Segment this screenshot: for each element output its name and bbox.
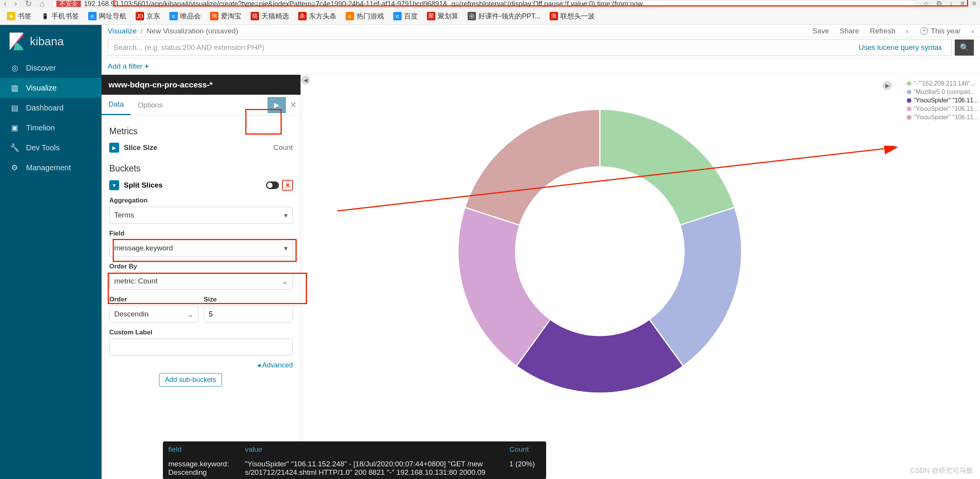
chevron-down-icon: ⌄ xyxy=(282,277,288,286)
refresh-button[interactable]: Refresh xyxy=(870,27,896,35)
tooltip-header: Count xyxy=(504,441,546,458)
add-subbuckets-button[interactable]: Add sub-buckets xyxy=(159,373,222,387)
search-input[interactable]: Search... (e.g. status:200 AND extension… xyxy=(108,40,952,56)
brand-text: kibana xyxy=(30,35,64,48)
pie-slice[interactable] xyxy=(600,109,735,225)
chevron-right-icon: ▶ xyxy=(885,82,890,89)
add-filter-button[interactable]: Add a filter + xyxy=(108,62,149,70)
bookmark-item[interactable]: 📱手机书签 xyxy=(41,12,79,21)
reload-icon[interactable]: ↻ xyxy=(25,0,32,9)
bookmark-icon: JD xyxy=(136,12,144,20)
order-label: Order xyxy=(109,296,199,303)
forward-icon[interactable]: › xyxy=(14,0,17,9)
bucket-label: Split Slices xyxy=(124,181,163,189)
legend-label: "YisouSpider" "106.11... xyxy=(914,105,978,112)
tab-data[interactable]: Data xyxy=(102,95,131,115)
legend-item[interactable]: "YisouSpider" "106.11... xyxy=(907,97,978,104)
customlabel-input[interactable] xyxy=(109,339,293,356)
play-icon: ▶ xyxy=(274,101,279,109)
bookmark-item[interactable]: ★书签 xyxy=(7,12,31,21)
buckets-heading: Buckets xyxy=(109,163,293,174)
sidebar-item-dashboard[interactable]: ▤Dashboard xyxy=(0,98,102,118)
collapse-icon[interactable]: ▼ xyxy=(109,180,119,190)
vis-editor: www-bdqn-cn-pro-access-* Data Options ▶ … xyxy=(102,75,301,479)
bookmark-icon: 聚 xyxy=(427,12,435,20)
bookmark-item[interactable]: 猫天猫精选 xyxy=(251,12,289,21)
extensions-icon[interactable]: ⧉ xyxy=(937,0,942,8)
bookmark-item[interactable]: e热门游戏 xyxy=(346,12,384,21)
bookmark-item[interactable]: 聚聚划算 xyxy=(427,12,458,21)
legend-item[interactable]: "Mozilla/5.0 (compati... xyxy=(907,89,978,95)
time-label: This year xyxy=(931,27,961,35)
home-icon[interactable]: ⌂ xyxy=(39,0,44,9)
search-button[interactable]: 🔍 xyxy=(955,40,974,56)
pie-slice[interactable] xyxy=(465,109,600,225)
field-select[interactable]: message.keyword ▾ xyxy=(109,240,293,257)
address-bar[interactable]: 不安全 192.168.93.103:5601/app/kibana#/visu… xyxy=(52,0,915,7)
star-icon[interactable]: ☆ xyxy=(923,0,929,8)
order-value: Descendin xyxy=(114,310,149,318)
legend-item[interactable]: "-""162.209.213.146"... xyxy=(907,80,978,87)
bookmark-item[interactable]: 条东方头条 xyxy=(298,12,337,21)
apply-button[interactable]: ▶ xyxy=(268,97,286,113)
nav-label: Dev Tools xyxy=(26,143,59,152)
menu-icon[interactable]: ≡ xyxy=(972,0,976,8)
size-input[interactable] xyxy=(204,306,293,323)
aggregation-select[interactable]: Terms ▾ xyxy=(109,207,293,224)
bookmark-icon: 条 xyxy=(298,12,307,20)
share-button[interactable]: Share xyxy=(840,27,859,35)
nav-label: Discover xyxy=(26,64,56,72)
bookmark-item[interactable]: JD京东 xyxy=(136,12,160,21)
tooltip-header: field xyxy=(163,441,240,458)
sidebar-item-management[interactable]: ⚙Management xyxy=(0,158,102,178)
breadcrumb-current: New Visualization (unsaved) xyxy=(146,27,238,35)
sidebar-item-discover[interactable]: ◎Discover xyxy=(0,58,102,78)
tooltip-value: "YisouSpider" "106.11.152.248" - [18/Jul… xyxy=(240,458,504,479)
advanced-toggle[interactable]: ◂ Advanced xyxy=(109,361,293,369)
customlabel-label: Custom Label xyxy=(109,329,293,336)
collapse-editor-button[interactable]: ◀ xyxy=(301,76,310,85)
orderby-select[interactable]: metric: Count ⌄ xyxy=(109,273,293,290)
sidebar-item-visualize[interactable]: ▥Visualize xyxy=(0,78,102,98)
bookmark-item[interactable]: ⦿好课件-领先的PPT... xyxy=(468,12,540,21)
bookmark-label: 联想头一波 xyxy=(560,12,595,21)
sidebar-item-timelion[interactable]: ▣Timelion xyxy=(0,118,102,138)
size-label: Size xyxy=(204,296,293,303)
save-button[interactable]: Save xyxy=(813,27,829,35)
nav-icon: ⚙ xyxy=(10,163,19,172)
timepicker-next-icon[interactable]: › xyxy=(972,27,974,35)
donut-chart[interactable] xyxy=(424,105,776,397)
tab-options[interactable]: Options xyxy=(131,95,169,115)
legend-item[interactable]: "YisouSpider" "106.11... xyxy=(907,114,978,121)
bookmark-item[interactable]: e百度 xyxy=(393,12,418,21)
legend-toggle[interactable]: ▶ xyxy=(883,81,892,90)
order-select[interactable]: Descendin ⌄ xyxy=(109,306,199,323)
legend-item[interactable]: "YisouSpider" "106.11... xyxy=(907,105,978,112)
insecure-badge: 不安全 xyxy=(56,0,81,7)
bookmark-item[interactable]: e网址导航 xyxy=(88,12,126,21)
legend-label: "YisouSpider" "106.11... xyxy=(914,114,978,121)
search-placeholder: Search... (e.g. status:200 AND extension… xyxy=(113,43,264,52)
bookmark-label: 京东 xyxy=(146,12,160,21)
bookmark-item[interactable]: 淘爱淘宝 xyxy=(210,12,241,21)
bookmark-item[interactable]: e唯品会 xyxy=(169,12,201,21)
bookmark-label: 唯品会 xyxy=(180,12,201,21)
hamburger-icon[interactable]: ≡ xyxy=(960,0,965,8)
bookmark-item[interactable]: 浪联想头一波 xyxy=(550,12,595,21)
top-bar: Visualize / New Visualization (unsaved) … xyxy=(102,25,980,37)
download-icon[interactable]: ↓ xyxy=(949,0,953,8)
time-picker[interactable]: 🕑 This year xyxy=(919,26,961,35)
metric-row[interactable]: ▶ Slice Size Count xyxy=(109,143,293,153)
expand-icon[interactable]: ▶ xyxy=(109,143,119,153)
breadcrumb-root[interactable]: Visualize xyxy=(108,27,137,35)
timepicker-prev-icon[interactable]: ‹ xyxy=(906,27,908,35)
bookmark-label: 聚划算 xyxy=(438,12,458,21)
brand[interactable]: kibana xyxy=(0,25,102,58)
back-icon[interactable]: ‹ xyxy=(4,0,7,9)
lucene-hint[interactable]: Uses lucene query syntax xyxy=(859,43,946,52)
chart-tooltip: field value Count message.keyword: Desce… xyxy=(163,441,546,479)
discard-button[interactable]: ✕ xyxy=(286,100,300,110)
delete-button[interactable]: ✕ xyxy=(282,180,293,191)
sidebar-item-devtools[interactable]: 🔧Dev Tools xyxy=(0,138,102,158)
enable-toggle[interactable] xyxy=(266,181,279,189)
